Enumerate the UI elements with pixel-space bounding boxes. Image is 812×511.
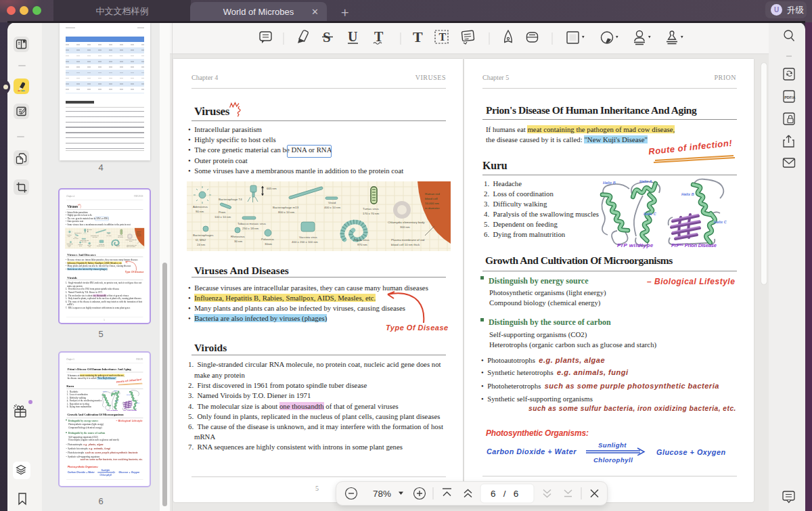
svg-text:Helix A: Helix A [639,179,652,183]
svg-text:Plasma membrane of red: Plasma membrane of red [127,244,137,246]
svg-text:Helix C: Helix C [644,212,657,216]
svg-text:Helix B: Helix B [127,395,131,395]
svg-text:30nm: 30nm [265,242,272,246]
svg-text:Helix C: Helix C [136,403,140,403]
svg-text:30 nm: 30 nm [79,246,82,246]
svg-text:f2, MS2: f2, MS2 [196,238,206,242]
svg-text:Adenovirus: Adenovirus [193,205,208,208]
svg-text:Viroid: Viroid [328,201,336,204]
svg-text:Adenovirus: Adenovirus [67,234,72,236]
svg-text:30 nm: 30 nm [234,240,243,243]
svg-text:blood cell 10 nm thick: blood cell 10 nm thick [391,243,420,246]
svg-text:Tumas virus: Tumas virus [118,235,122,236]
svg-text:Helix B: Helix B [681,192,694,196]
svg-text:24 nm: 24 nm [68,246,71,247]
svg-text:24 nm: 24 nm [197,243,206,246]
svg-text:Ebola virus: Ebola virus [116,244,120,246]
svg-text:665 nm: 665 nm [89,229,92,230]
svg-text:400 x 200 x 100 nm: 400 x 200 x 100 nm [97,246,105,246]
svg-text:Helix A: Helix A [114,391,118,391]
svg-text:U: U [348,29,357,44]
svg-text:Rhinovirus: Rhinovirus [231,235,246,238]
svg-text:100 x 10 nm: 100 x 10 nm [73,238,78,239]
svg-text:Human red: Human red [425,192,440,196]
svg-text:6 / 6: 6 / 6 [491,489,518,499]
svg-text:Bacteriophage T4: Bacteriophage T4 [74,232,82,234]
svg-text:Bacteriophage T4: Bacteriophage T4 [219,198,242,201]
svg-text:Prion: Prion [219,210,226,214]
svg-text:170 x 70 nm: 170 x 70 nm [363,212,380,215]
svg-text:665 nm: 665 nm [267,187,277,190]
svg-text:800 x 10 nm: 800 x 10 nm [93,237,97,238]
svg-text:T: T [413,28,423,45]
svg-text:300 nm: 300 nm [129,241,132,242]
svg-text:30nm: 30nm [89,246,91,247]
svg-text:T: T [374,29,384,44]
svg-text:170 x 70 nm: 170 x 70 nm [118,237,122,238]
svg-text:400 x 10 nm: 400 x 10 nm [106,236,111,236]
svg-text:blood cell: blood cell [425,197,438,200]
svg-text:Bacteriophages: Bacteriophages [193,234,214,237]
svg-text:Viroid: Viroid [108,233,110,234]
svg-text:Human red: Human red [137,231,141,232]
svg-text:250 x 18 nm: 250 x 18 nm [242,227,259,230]
svg-text:90 nm: 90 nm [68,236,70,237]
svg-text:Tobacco mosaic virus: Tobacco mosaic virus [81,240,89,241]
svg-text:100 x 10 nm: 100 x 10 nm [215,215,231,219]
svg-text:Prion: Prion [74,236,76,238]
svg-text:Chlamydia elementary body: Chlamydia elementary body [126,239,137,240]
svg-text:Tumas virus: Tumas virus [363,207,380,210]
svg-text:800 x 10 nm: 800 x 10 nm [278,210,295,214]
svg-text:Poliovirus: Poliovirus [87,244,91,246]
svg-text:Poliovirus: Poliovirus [261,238,275,241]
svg-text:Bacteriophage m13: Bacteriophage m13 [91,235,99,236]
svg-text:Rhinovirus: Rhinovirus [78,244,83,245]
svg-text:in diameter: in diameter [137,235,141,236]
svg-text:Vaccinia virus: Vaccinia virus [299,236,318,239]
svg-text:78%: 78% [373,489,391,499]
svg-text:Helix B: Helix B [603,181,616,185]
svg-text:Bacteriophages: Bacteriophages [67,243,73,244]
svg-text:Vaccinia virus: Vaccinia virus [99,244,104,245]
svg-text:in diameter: in diameter [425,206,440,210]
svg-text:Tobacco mosaic virus: Tobacco mosaic virus [238,222,267,225]
svg-text:Helix C: Helix C [115,401,119,401]
svg-text:Chlamydia elementary body: Chlamydia elementary body [388,221,425,224]
svg-text:PDF/A: PDF/A [784,95,795,99]
svg-text:970 nm: 970 nm [116,246,119,247]
svg-text:blood cell 10 nm thick: blood cell 10 nm thick [127,246,135,247]
svg-text:Helix B: Helix B [103,391,107,392]
svg-text:10,000 nm: 10,000 nm [425,202,439,205]
svg-text:Helix C: Helix C [714,220,727,224]
svg-text:400 x 200 x 100 nm: 400 x 200 x 100 nm [292,240,318,244]
svg-text:970 nm: 970 nm [357,243,367,246]
svg-text:300 nm: 300 nm [400,225,410,229]
svg-text:blood cell: blood cell [137,233,141,234]
svg-text:Ebola virus: Ebola virus [355,238,370,242]
svg-text:Bacteriophage m13: Bacteriophage m13 [273,206,299,209]
svg-text:90 nm: 90 nm [196,210,204,213]
svg-text:250 x 18 nm: 250 x 18 nm [82,242,87,242]
svg-text:400 x 10 nm: 400 x 10 nm [324,206,341,209]
svg-text:T: T [439,31,447,43]
svg-text:Plasma membrane of red: Plasma membrane of red [391,238,425,242]
